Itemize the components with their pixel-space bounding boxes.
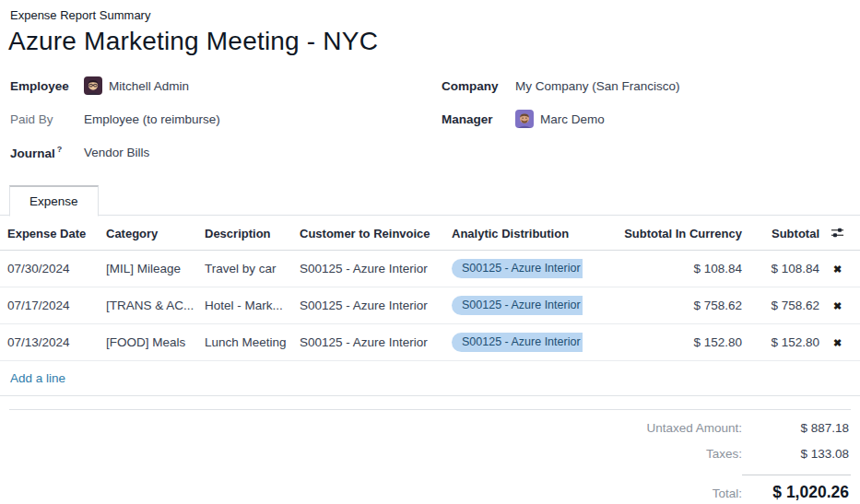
add-a-line-link[interactable]: Add a line [0,361,860,396]
untaxed-amount-label: Untaxed Amount: [646,421,742,435]
table-row: 07/13/2024 [FOOD] Meals Lunch Meeting S0… [0,324,860,361]
employee-label: Employee [10,79,84,93]
table-row: 07/30/2024 [MIL] Mileage Travel by car S… [0,251,860,287]
journal-label: Journal? [10,145,84,160]
breadcrumb[interactable]: Expense Report Summary [0,0,860,22]
total-row: Total: $ 1,020.26 [713,475,851,502]
cell-subtotal-currency[interactable]: $ 108.84 [583,251,747,287]
cell-subtotal[interactable]: $ 108.84 [747,251,824,287]
analytic-tag[interactable]: S00125 - Azure Interior [452,296,583,315]
delete-row-icon[interactable]: ✖ [833,337,842,348]
cell-category[interactable]: [TRANS & AC... [99,287,197,324]
expense-report-form: Expense Report Summary Azure Marketing M… [0,0,860,504]
field-column-right: Company My Company (San Francisco) Manag… [433,69,860,169]
field-paid-by: Paid By Employee (to reimburse) [0,102,433,135]
manager-avatar-icon [515,110,534,128]
manager-value[interactable]: Marc Demo [540,112,605,126]
taxes-value: $ 133.08 [742,447,851,461]
cell-subtotal-currency[interactable]: $ 758.62 [583,287,747,324]
col-expense-date[interactable]: Expense Date [0,216,99,251]
cell-subtotal[interactable]: $ 758.62 [747,287,824,324]
col-analytic[interactable]: Analytic Distribution [444,216,583,251]
paid-by-label: Paid By [10,112,84,126]
journal-value[interactable]: Vendor Bills [84,146,149,159]
field-employee: Employee Mitchell Admin [0,69,433,102]
cell-customer[interactable]: S00125 - Azure Interior [292,251,444,287]
cell-subtotal[interactable]: $ 152.80 [747,324,824,361]
cell-description[interactable]: Travel by car [197,251,292,287]
delete-row-icon[interactable]: ✖ [833,300,842,311]
page-title[interactable]: Azure Marketing Meeting - NYC [0,22,860,56]
cell-analytic: S00125 - Azure Interior [444,324,583,361]
company-label: Company [442,79,515,93]
delete-row-icon[interactable]: ✖ [833,264,842,275]
cell-description[interactable]: Hotel - Mark... [197,287,292,324]
col-subtotal[interactable]: Subtotal [747,216,824,251]
cell-date[interactable]: 07/17/2024 [0,287,99,324]
company-value[interactable]: My Company (San Francisco) [515,79,680,93]
untaxed-amount-value: $ 887.18 [742,421,851,435]
cell-subtotal-currency[interactable]: $ 152.80 [583,324,747,361]
totals-section: Untaxed Amount: $ 887.18 Taxes: $ 133.08… [9,409,851,504]
cell-date[interactable]: 07/13/2024 [0,324,99,361]
manager-label: Manager [442,112,515,126]
cell-customer[interactable]: S00125 - Azure Interior [292,287,444,324]
field-manager: Manager Marc Demo [433,102,860,135]
employee-value[interactable]: Mitchell Admin [109,79,189,93]
table-row: 07/17/2024 [TRANS & AC... Hotel - Mark..… [0,287,860,324]
tab-expense[interactable]: Expense [9,185,99,217]
field-journal: Journal? Vendor Bills [0,135,433,169]
notebook-tabs: Expense [0,184,860,216]
settings-adjust-icon[interactable] [831,226,844,240]
col-customer[interactable]: Customer to Reinvoice [292,216,444,251]
employee-avatar-icon [84,76,102,95]
field-group: Employee Mitchell Admin Paid By [0,69,860,169]
cell-description[interactable]: Lunch Meeting [197,324,292,361]
total-label: Total: [713,486,742,500]
cell-date[interactable]: 07/30/2024 [0,251,99,287]
cell-category[interactable]: [MIL] Mileage [99,251,197,287]
cell-analytic: S00125 - Azure Interior [444,251,583,287]
taxes-label: Taxes: [706,447,742,461]
help-icon[interactable]: ? [57,145,63,154]
total-value: $ 1,020.26 [742,475,851,502]
cell-customer[interactable]: S00125 - Azure Interior [292,324,444,361]
col-category[interactable]: Category [99,216,197,251]
field-company: Company My Company (San Francisco) [433,69,860,102]
taxes-row: Taxes: $ 133.08 [706,447,851,461]
field-column-left: Employee Mitchell Admin Paid By [0,69,433,169]
col-subtotal-currency[interactable]: Subtotal In Currency [583,216,747,251]
paid-by-value[interactable]: Employee (to reimburse) [84,112,220,126]
cell-category[interactable]: [FOOD] Meals [99,324,197,361]
untaxed-amount-row: Untaxed Amount: $ 887.18 [646,421,851,435]
table-header-row: Expense Date Category Description Custom… [0,216,860,251]
analytic-tag[interactable]: S00125 - Azure Interior [452,259,583,278]
cell-analytic: S00125 - Azure Interior [444,287,583,324]
col-description[interactable]: Description [197,216,292,251]
analytic-tag[interactable]: S00125 - Azure Interior [452,333,583,352]
expense-lines-table: Expense Date Category Description Custom… [0,216,860,361]
